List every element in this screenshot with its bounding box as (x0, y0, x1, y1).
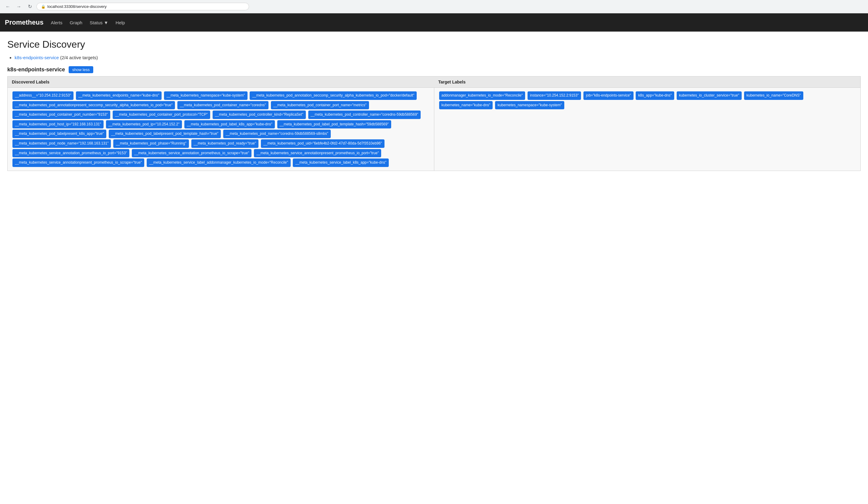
nav-alerts[interactable]: Alerts (51, 20, 62, 25)
label-badge: __meta_kubernetes_pod_ip="10.254.152.2" (106, 120, 182, 129)
label-badge: kubernetes_namespace="kube-system" (495, 101, 564, 109)
nav-status-label: Status (90, 20, 103, 25)
label-badge: __meta_kubernetes_service_label_k8s_app=… (293, 158, 389, 167)
label-badge: instance="10.254.152.2:9153" (528, 91, 581, 100)
label-badge: __meta_kubernetes_pod_labelpresent_pod_t… (109, 130, 221, 138)
list-item: k8s-endpoints-service (2/4 active target… (14, 55, 861, 60)
target-labels-cell: addonmanager_kubernetes_io_mode="Reconci… (434, 88, 861, 171)
label-badge: __meta_kubernetes_pod_phase="Running" (113, 139, 189, 148)
label-badge: __meta_kubernetes_service_annotationpres… (254, 149, 381, 158)
page-content: Service Discovery k8s-endpoints-service … (0, 32, 868, 178)
show-less-button[interactable]: show less (69, 66, 93, 73)
label-badge: __meta_kubernetes_pod_container_port_pro… (113, 111, 210, 119)
chevron-down-icon: ▼ (104, 20, 108, 25)
label-badge: __meta_kubernetes_service_label_addonman… (147, 158, 290, 167)
lock-icon: 🔒 (41, 4, 45, 9)
label-badge: __meta_kubernetes_pod_node_name="192.168… (12, 139, 111, 148)
service-status: (2/4 active targets) (60, 55, 98, 60)
col-target-header: Target Labels (434, 76, 861, 88)
label-badge: job="k8s-endpoints-service" (583, 91, 633, 100)
forward-button[interactable]: → (14, 2, 23, 11)
table-row: __address__="10.254.152.2:9153" __meta_k… (8, 88, 861, 171)
section-header: k8s-endpoints-service show less (7, 66, 861, 73)
nav-status-dropdown[interactable]: Status ▼ (90, 20, 108, 25)
label-badge: kubernetes_io_cluster_service="true" (677, 91, 742, 100)
label-badge: __meta_kubernetes_endpoints_name="kube-d… (76, 91, 162, 100)
label-badge: __meta_kubernetes_pod_ready="true" (191, 139, 259, 148)
page-title: Service Discovery (7, 39, 861, 50)
section-name: k8s-endpoints-service (7, 66, 65, 73)
label-badge: __meta_kubernetes_pod_label_k8s_app="kub… (184, 120, 275, 129)
label-badge: __meta_kubernetes_pod_name="coredns-59db… (223, 130, 331, 138)
label-badge: __meta_kubernetes_pod_labelpresent_k8s_a… (12, 130, 106, 138)
label-badge: __meta_kubernetes_pod_label_pod_template… (277, 120, 391, 129)
discovered-labels-cell: __address__="10.254.152.2:9153" __meta_k… (8, 88, 434, 171)
label-badge: __meta_kubernetes_pod_controller_name="c… (308, 111, 421, 119)
back-button[interactable]: ← (4, 2, 12, 11)
nav-graph[interactable]: Graph (70, 20, 83, 25)
label-badge: __meta_kubernetes_service_annotationpres… (12, 158, 144, 167)
labels-table: Discovered Labels Target Labels __addres… (7, 76, 861, 171)
label-badge: kubernetes_name="kube-dns" (439, 101, 493, 109)
label-badge: __meta_kubernetes_pod_container_port_nam… (271, 101, 369, 109)
label-badge: __meta_kubernetes_pod_host_ip="192.168.1… (12, 120, 104, 129)
label-badge: __meta_kubernetes_pod_uid="6ebfe4b2-0fd2… (261, 139, 384, 148)
refresh-button[interactable]: ↻ (25, 2, 34, 11)
navbar-brand[interactable]: Prometheus (5, 19, 43, 27)
label-badge: __meta_kubernetes_service_annotation_pro… (132, 149, 251, 158)
address-url: localhost:33308/service-discovery (48, 4, 106, 9)
label-badge: k8s_app="kube-dns" (636, 91, 674, 100)
label-badge: kubernetes_io_name="CoreDNS" (744, 91, 803, 100)
service-link[interactable]: k8s-endpoints-service (14, 55, 59, 60)
label-badge: __address__="10.254.152.2:9153" (12, 91, 73, 100)
label-badge: __meta_kubernetes_pod_container_port_num… (12, 111, 110, 119)
navbar: Prometheus Alerts Graph Status ▼ Help (0, 13, 868, 32)
label-badge: addonmanager_kubernetes_io_mode="Reconci… (439, 91, 525, 100)
col-discovered-header: Discovered Labels (8, 76, 434, 88)
browser-chrome: ← → ↻ 🔒 localhost:33308/service-discover… (0, 0, 868, 13)
label-badge: __meta_kubernetes_pod_container_name="co… (177, 101, 268, 109)
label-badge: __meta_kubernetes_service_annotation_pro… (12, 149, 130, 158)
label-badge: __meta_kubernetes_pod_controller_kind="R… (213, 111, 306, 119)
label-badge: __meta_kubernetes_namespace="kube-system… (164, 91, 247, 100)
nav-help[interactable]: Help (116, 20, 125, 25)
label-badge: __meta_kubernetes_pod_annotationpresent_… (12, 101, 175, 109)
address-bar[interactable]: 🔒 localhost:33308/service-discovery (37, 3, 249, 10)
service-list: k8s-endpoints-service (2/4 active target… (14, 55, 861, 60)
label-badge: __meta_kubernetes_pod_annotation_seccomp… (250, 91, 417, 100)
